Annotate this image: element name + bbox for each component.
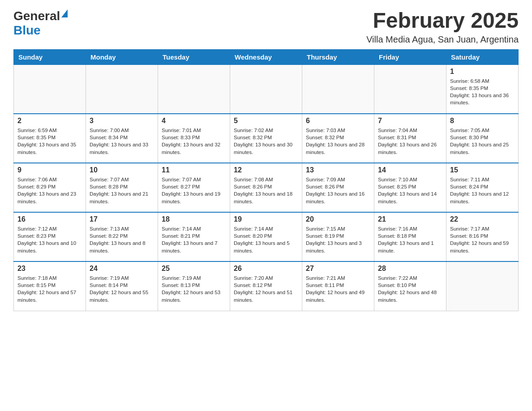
day-number: 2 xyxy=(17,117,82,125)
calendar-cell: 1Sunrise: 6:58 AMSunset: 8:35 PMDaylight… xyxy=(446,64,519,114)
day-sun-info: Sunrise: 7:00 AMSunset: 8:34 PMDaylight:… xyxy=(90,127,154,155)
day-sun-info: Sunrise: 7:22 AMSunset: 8:10 PMDaylight:… xyxy=(378,274,442,303)
day-sun-info: Sunrise: 7:15 AMSunset: 8:19 PMDaylight:… xyxy=(306,225,370,254)
day-sun-info: Sunrise: 7:19 AMSunset: 8:14 PMDaylight:… xyxy=(90,274,154,303)
day-number: 19 xyxy=(234,215,298,223)
day-number: 25 xyxy=(162,265,226,273)
calendar-cell: 21Sunrise: 7:16 AMSunset: 8:18 PMDayligh… xyxy=(374,212,446,261)
logo-triangle-icon xyxy=(61,9,68,19)
calendar-cell: 17Sunrise: 7:13 AMSunset: 8:22 PMDayligh… xyxy=(86,212,158,261)
day-number: 4 xyxy=(162,117,226,125)
calendar-cell xyxy=(14,64,86,114)
day-sun-info: Sunrise: 7:14 AMSunset: 8:21 PMDaylight:… xyxy=(162,225,226,254)
title-section: February 2025 Villa Media Agua, San Juan… xyxy=(366,9,519,45)
day-number: 8 xyxy=(450,117,515,125)
calendar-cell: 24Sunrise: 7:19 AMSunset: 8:14 PMDayligh… xyxy=(86,261,158,311)
calendar-cell: 3Sunrise: 7:00 AMSunset: 8:34 PMDaylight… xyxy=(86,114,158,163)
day-sun-info: Sunrise: 7:12 AMSunset: 8:23 PMDaylight:… xyxy=(17,225,82,254)
day-number: 1 xyxy=(450,68,515,76)
day-number: 17 xyxy=(90,215,154,223)
day-number: 11 xyxy=(162,166,226,174)
month-title: February 2025 xyxy=(366,9,519,33)
day-number: 24 xyxy=(90,265,154,273)
day-number: 27 xyxy=(306,265,370,273)
calendar-cell: 23Sunrise: 7:18 AMSunset: 8:15 PMDayligh… xyxy=(14,261,86,311)
calendar-cell: 27Sunrise: 7:21 AMSunset: 8:11 PMDayligh… xyxy=(302,261,374,311)
calendar-cell: 28Sunrise: 7:22 AMSunset: 8:10 PMDayligh… xyxy=(374,261,446,311)
calendar-cell: 10Sunrise: 7:07 AMSunset: 8:28 PMDayligh… xyxy=(86,163,158,212)
day-sun-info: Sunrise: 7:21 AMSunset: 8:11 PMDaylight:… xyxy=(306,274,370,303)
day-sun-info: Sunrise: 7:20 AMSunset: 8:12 PMDaylight:… xyxy=(234,274,298,303)
day-number: 20 xyxy=(306,215,370,223)
week-row-1: 1Sunrise: 6:58 AMSunset: 8:35 PMDaylight… xyxy=(14,64,519,114)
day-number: 22 xyxy=(450,215,515,223)
day-sun-info: Sunrise: 7:01 AMSunset: 8:33 PMDaylight:… xyxy=(162,127,226,155)
day-sun-info: Sunrise: 7:19 AMSunset: 8:13 PMDaylight:… xyxy=(162,274,226,303)
day-number: 10 xyxy=(90,166,154,174)
calendar-cell: 13Sunrise: 7:09 AMSunset: 8:26 PMDayligh… xyxy=(302,163,374,212)
week-row-2: 2Sunrise: 6:59 AMSunset: 8:35 PMDaylight… xyxy=(14,114,519,163)
calendar-cell: 7Sunrise: 7:04 AMSunset: 8:31 PMDaylight… xyxy=(374,114,446,163)
location-title: Villa Media Agua, San Juan, Argentina xyxy=(366,34,519,45)
day-sun-info: Sunrise: 7:10 AMSunset: 8:25 PMDaylight:… xyxy=(378,176,442,205)
day-sun-info: Sunrise: 6:59 AMSunset: 8:35 PMDaylight:… xyxy=(17,127,82,155)
day-number: 16 xyxy=(17,215,82,223)
week-row-3: 9Sunrise: 7:06 AMSunset: 8:29 PMDaylight… xyxy=(14,163,519,212)
day-number: 12 xyxy=(234,166,298,174)
day-number: 6 xyxy=(306,117,370,125)
day-sun-info: Sunrise: 7:02 AMSunset: 8:32 PMDaylight:… xyxy=(234,127,298,155)
calendar-cell: 20Sunrise: 7:15 AMSunset: 8:19 PMDayligh… xyxy=(302,212,374,261)
weekday-header-tuesday: Tuesday xyxy=(158,49,230,64)
weekday-header-friday: Friday xyxy=(374,49,446,64)
week-row-5: 23Sunrise: 7:18 AMSunset: 8:15 PMDayligh… xyxy=(14,261,519,311)
weekday-header-wednesday: Wednesday xyxy=(230,49,302,64)
weekday-header-thursday: Thursday xyxy=(302,49,374,64)
calendar-cell: 9Sunrise: 7:06 AMSunset: 8:29 PMDaylight… xyxy=(14,163,86,212)
calendar-cell: 16Sunrise: 7:12 AMSunset: 8:23 PMDayligh… xyxy=(14,212,86,261)
day-number: 13 xyxy=(306,166,370,174)
calendar-cell: 5Sunrise: 7:02 AMSunset: 8:32 PMDaylight… xyxy=(230,114,302,163)
weekday-header-saturday: Saturday xyxy=(446,49,519,64)
day-number: 14 xyxy=(378,166,442,174)
day-number: 9 xyxy=(17,166,82,174)
day-number: 26 xyxy=(234,265,298,273)
calendar-cell: 25Sunrise: 7:19 AMSunset: 8:13 PMDayligh… xyxy=(158,261,230,311)
day-number: 28 xyxy=(378,265,442,273)
day-sun-info: Sunrise: 7:13 AMSunset: 8:22 PMDaylight:… xyxy=(90,225,154,254)
svg-marker-0 xyxy=(61,9,68,17)
day-number: 5 xyxy=(234,117,298,125)
calendar-cell xyxy=(446,261,519,311)
calendar-cell: 11Sunrise: 7:07 AMSunset: 8:27 PMDayligh… xyxy=(158,163,230,212)
calendar-cell: 4Sunrise: 7:01 AMSunset: 8:33 PMDaylight… xyxy=(158,114,230,163)
day-sun-info: Sunrise: 7:04 AMSunset: 8:31 PMDaylight:… xyxy=(378,127,442,155)
day-number: 18 xyxy=(162,215,226,223)
calendar-cell: 19Sunrise: 7:14 AMSunset: 8:20 PMDayligh… xyxy=(230,212,302,261)
day-number: 23 xyxy=(17,265,82,273)
day-number: 21 xyxy=(378,215,442,223)
day-sun-info: Sunrise: 7:17 AMSunset: 8:16 PMDaylight:… xyxy=(450,225,515,254)
calendar-cell: 2Sunrise: 6:59 AMSunset: 8:35 PMDaylight… xyxy=(14,114,86,163)
day-sun-info: Sunrise: 7:09 AMSunset: 8:26 PMDaylight:… xyxy=(306,176,370,205)
logo-general-text: General xyxy=(13,9,60,23)
calendar-cell xyxy=(86,64,158,114)
day-sun-info: Sunrise: 7:07 AMSunset: 8:27 PMDaylight:… xyxy=(162,176,226,205)
day-sun-info: Sunrise: 7:16 AMSunset: 8:18 PMDaylight:… xyxy=(378,225,442,254)
calendar-cell: 14Sunrise: 7:10 AMSunset: 8:25 PMDayligh… xyxy=(374,163,446,212)
weekday-header-row: SundayMondayTuesdayWednesdayThursdayFrid… xyxy=(14,49,519,64)
day-number: 3 xyxy=(90,117,154,125)
weekday-header-sunday: Sunday xyxy=(14,49,86,64)
calendar-cell xyxy=(230,64,302,114)
week-row-4: 16Sunrise: 7:12 AMSunset: 8:23 PMDayligh… xyxy=(14,212,519,261)
page-header: General Blue February 2025 Villa Media A… xyxy=(13,9,519,45)
calendar-cell: 12Sunrise: 7:08 AMSunset: 8:26 PMDayligh… xyxy=(230,163,302,212)
calendar-cell: 8Sunrise: 7:05 AMSunset: 8:30 PMDaylight… xyxy=(446,114,519,163)
day-sun-info: Sunrise: 7:03 AMSunset: 8:32 PMDaylight:… xyxy=(306,127,370,155)
day-sun-info: Sunrise: 7:08 AMSunset: 8:26 PMDaylight:… xyxy=(234,176,298,205)
day-number: 15 xyxy=(450,166,515,174)
calendar-cell: 26Sunrise: 7:20 AMSunset: 8:12 PMDayligh… xyxy=(230,261,302,311)
calendar-cell: 18Sunrise: 7:14 AMSunset: 8:21 PMDayligh… xyxy=(158,212,230,261)
calendar-cell: 6Sunrise: 7:03 AMSunset: 8:32 PMDaylight… xyxy=(302,114,374,163)
day-sun-info: Sunrise: 7:18 AMSunset: 8:15 PMDaylight:… xyxy=(17,274,82,303)
day-sun-info: Sunrise: 7:11 AMSunset: 8:24 PMDaylight:… xyxy=(450,176,515,205)
day-sun-info: Sunrise: 7:07 AMSunset: 8:28 PMDaylight:… xyxy=(90,176,154,205)
